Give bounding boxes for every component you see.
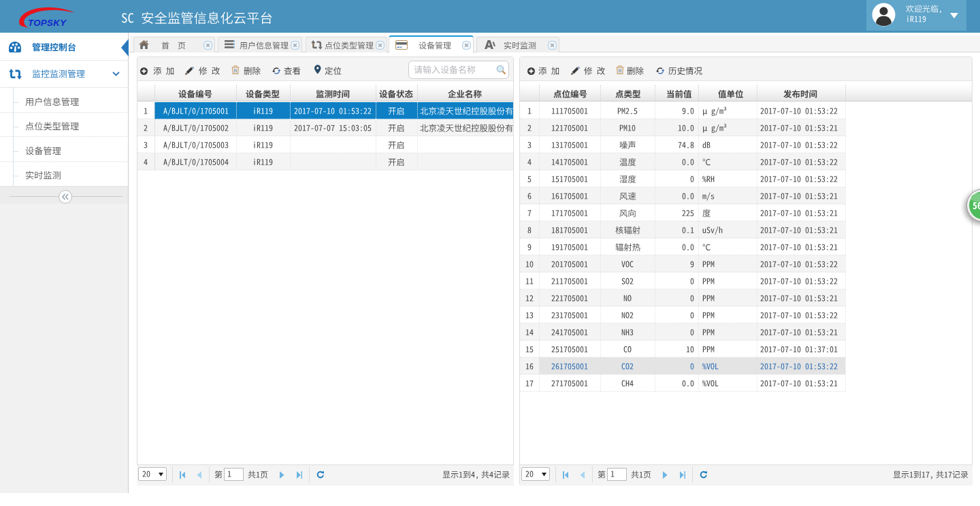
svg-text:TOPSKY: TOPSKY bbox=[28, 18, 67, 28]
